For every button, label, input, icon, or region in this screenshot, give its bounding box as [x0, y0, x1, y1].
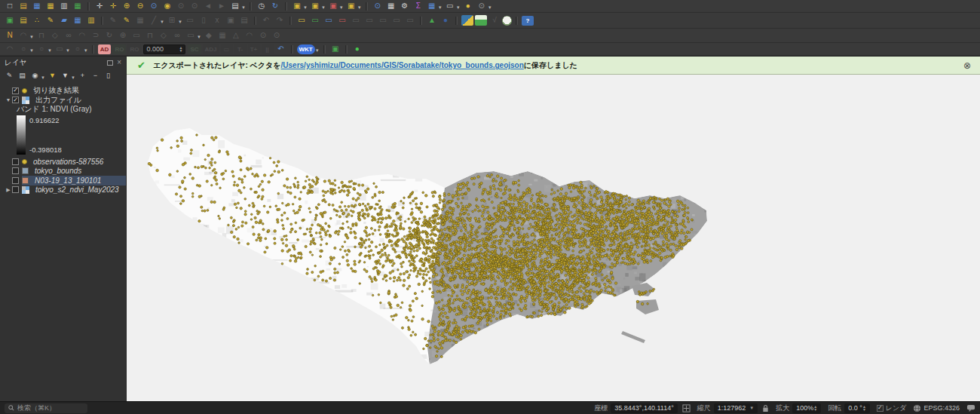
manage-map-themes-icon[interactable]: ◉: [29, 71, 41, 81]
collapse-all-icon[interactable]: −: [90, 71, 101, 81]
offset-curve-icon[interactable]: ◠: [76, 30, 88, 41]
layer-checkbox[interactable]: [12, 158, 19, 165]
filter-legend-icon[interactable]: ▼: [47, 71, 58, 81]
cad-adj[interactable]: ADJ: [203, 44, 219, 54]
pan-to-selection-icon[interactable]: ✛: [107, 1, 119, 11]
open-project-icon[interactable]: ▤: [17, 1, 29, 11]
chevron-down-icon[interactable]: ▼: [66, 48, 70, 53]
cut-features-icon[interactable]: x: [211, 15, 223, 26]
label-tool-c-icon[interactable]: ▭: [404, 15, 416, 26]
chevron-down-icon[interactable]: ▼: [357, 5, 362, 10]
cad-enable[interactable]: AD: [98, 44, 112, 54]
new-annotation-layer-icon[interactable]: ✎: [44, 15, 57, 26]
scale-combo[interactable]: 1:127962 ▼: [714, 403, 758, 413]
save-project-icon[interactable]: ▦: [31, 1, 43, 11]
layer-checkbox[interactable]: [12, 177, 19, 184]
sqrt-expression-icon[interactable]: √: [488, 15, 501, 26]
layer-row-observations[interactable]: observations-587556: [0, 157, 126, 167]
map-canvas[interactable]: [127, 75, 980, 401]
help-contents[interactable]: ?: [522, 16, 534, 26]
layer-checkbox[interactable]: ✓: [12, 87, 19, 94]
zoom-in-icon[interactable]: ⊕: [121, 1, 133, 11]
grass-tools-icon[interactable]: [502, 16, 512, 26]
chevron-down-icon[interactable]: ▼: [29, 35, 34, 39]
cad-t-plus[interactable]: T+: [248, 44, 260, 54]
metasearch-globe-icon[interactable]: ●: [439, 15, 452, 26]
regular-polygon-tools-icon[interactable]: ○: [72, 44, 84, 54]
highlight-pinned-labels-icon[interactable]: ▭: [323, 15, 335, 26]
chevron-down-icon[interactable]: ▼: [339, 5, 344, 10]
chevron-down-icon[interactable]: ▼: [197, 35, 201, 39]
render-checkbox[interactable]: ✓: [877, 405, 884, 412]
spinner-arrows-icon[interactable]: ▲▼: [862, 405, 866, 411]
wkt-tool[interactable]: WKT: [297, 44, 315, 54]
layer-checkbox[interactable]: [12, 186, 19, 193]
expand-all-icon[interactable]: +: [77, 71, 88, 81]
zoom-to-layer-icon[interactable]: ⊙: [188, 1, 201, 11]
modify-attributes-icon[interactable]: ▭: [184, 15, 196, 26]
select-features-icon[interactable]: ▣: [291, 1, 303, 11]
undo-icon[interactable]: ↶: [260, 15, 272, 26]
label-tool-b-icon[interactable]: ▭: [390, 15, 403, 26]
snap-intersection-icon[interactable]: ◇: [49, 30, 61, 41]
chevron-down-icon[interactable]: ▼: [29, 48, 34, 53]
zoom-full-icon[interactable]: ◉: [161, 1, 173, 11]
trace-icon[interactable]: ∞: [63, 30, 75, 41]
magnifier-spinbox[interactable]: 100% ▲▼: [792, 403, 821, 413]
new-virtual-layer-icon[interactable]: ▦: [72, 15, 84, 26]
new-print-layout-icon[interactable]: ▥: [58, 1, 70, 11]
chevron-down-icon[interactable]: ▼: [71, 75, 75, 80]
select-by-form-icon[interactable]: ▣: [345, 1, 357, 11]
messages-group[interactable]: [966, 404, 975, 412]
remove-layer-icon[interactable]: ▯: [103, 71, 114, 81]
add-ring-icon[interactable]: ▭: [130, 30, 142, 41]
add-part-icon[interactable]: ⊓: [144, 30, 156, 41]
split-parts-icon[interactable]: ◠: [243, 30, 256, 41]
layer-checkbox[interactable]: ✓: [12, 97, 19, 103]
merge-attributes-icon[interactable]: ▦: [216, 30, 228, 41]
open-attribute-table-icon[interactable]: ▦: [426, 1, 438, 11]
field-statistics-icon[interactable]: ▦: [385, 1, 397, 11]
current-edits-icon[interactable]: ✎: [107, 15, 119, 26]
rotate-feature-icon[interactable]: ↻: [103, 30, 115, 41]
locator-search-input[interactable]: 検索（⌘K）: [5, 403, 87, 413]
layer-row-tokyo-s2-ndvi[interactable]: ▶ tokyo_s2_ndvi_May2023: [0, 186, 126, 195]
cad-ro-1[interactable]: RO: [112, 44, 126, 54]
statistical-summary-icon[interactable]: Σ: [412, 1, 424, 11]
zoom-native-icon[interactable]: ⊙: [148, 1, 160, 11]
cad-undo-icon[interactable]: ↶: [275, 44, 287, 54]
pan-map-icon[interactable]: ✛: [93, 1, 106, 11]
layer-row-n03[interactable]: N03-19_13_190101: [0, 176, 126, 186]
pin-labels-icon[interactable]: ▭: [309, 15, 321, 26]
cad-ro-2[interactable]: RO: [127, 44, 141, 54]
refresh-map-icon[interactable]: ↻: [269, 1, 281, 11]
message-log-icon[interactable]: [966, 404, 975, 412]
crs-group[interactable]: EPSG:4326: [913, 404, 960, 412]
zoom-next-icon[interactable]: ►: [216, 1, 228, 11]
exported-file-link[interactable]: /Users/yshimizu/Documents/GIS/Sorabatake…: [281, 61, 524, 69]
cad-distance-input[interactable]: 0.000▲▼: [143, 44, 185, 54]
rotation-spinbox[interactable]: 0.0 ° ▲▼: [844, 403, 870, 413]
chevron-down-icon[interactable]: ▼: [241, 5, 246, 10]
paste-features-icon[interactable]: ▤: [238, 15, 250, 26]
select-by-expression-icon[interactable]: ▣: [309, 1, 321, 11]
cad-extension[interactable]: ▭: [221, 44, 233, 54]
terrain-plugin-icon[interactable]: [475, 15, 487, 26]
deselect-features-icon[interactable]: ▣: [327, 1, 339, 11]
new-polygon-layer-icon[interactable]: ▰: [58, 15, 70, 26]
processing-triangle-icon[interactable]: ▲: [426, 15, 438, 26]
extents-toggle-icon[interactable]: [682, 404, 691, 412]
layer-checkbox[interactable]: [12, 167, 19, 174]
locator-search-icon[interactable]: ⊙: [476, 1, 488, 11]
move-label-icon[interactable]: ▭: [336, 15, 348, 26]
options-gear-icon[interactable]: ⚙: [399, 1, 411, 11]
simplify-feature-icon[interactable]: ⊕: [117, 30, 129, 41]
lock-scale-icon[interactable]: [762, 404, 769, 412]
chevron-down-icon[interactable]: ▼: [160, 20, 164, 24]
cad-t-minus[interactable]: T-: [234, 44, 247, 54]
spinner-arrows-icon[interactable]: ▲▼: [813, 405, 817, 411]
fill-ring-icon[interactable]: ◇: [158, 30, 170, 41]
add-layer-plugin-icon[interactable]: ▣: [329, 44, 341, 54]
rotate-label-icon[interactable]: ▭: [350, 15, 362, 26]
save-project-as-icon[interactable]: ▦: [44, 1, 57, 11]
